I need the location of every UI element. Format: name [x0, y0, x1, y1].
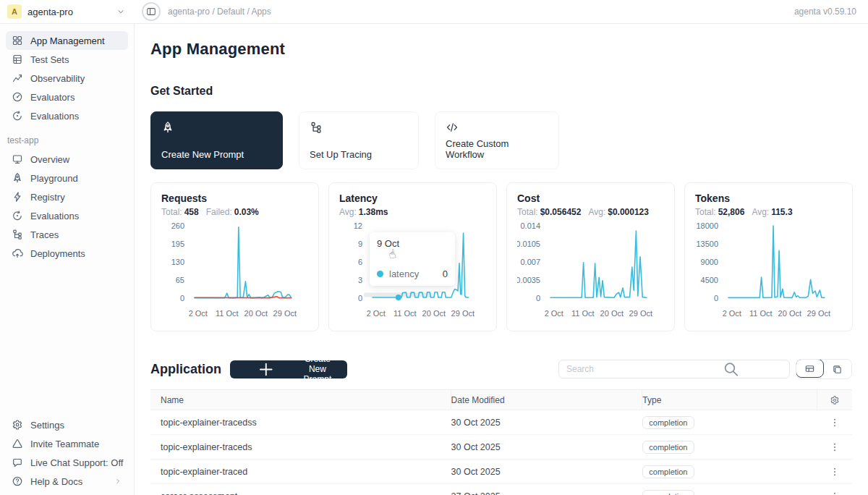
- kebab-menu-icon[interactable]: [830, 442, 840, 452]
- tracing-icon: [310, 121, 323, 134]
- table-view-button[interactable]: [796, 359, 824, 378]
- get-started-card-create-new-prompt[interactable]: Create New Prompt: [150, 111, 283, 169]
- sidebar-item-registry[interactable]: Registry: [6, 187, 128, 206]
- sidebar-item-test-sets[interactable]: Test Sets: [6, 50, 128, 69]
- svg-text:20 Oct: 20 Oct: [422, 309, 446, 318]
- stat-card-title: Latency: [339, 192, 486, 204]
- info-icon[interactable]: [262, 150, 272, 160]
- chevron-right-icon: [114, 477, 122, 486]
- svg-text:0: 0: [358, 294, 362, 302]
- stats-cards: Requests Total:458Failed:0.03% 260195130…: [150, 182, 852, 331]
- sidebar-item-traces[interactable]: Traces: [6, 225, 128, 244]
- sidebar-item-evaluations[interactable]: Evaluations: [6, 106, 128, 125]
- test-sets-icon: [12, 54, 23, 65]
- chart-tooltip: 9 Octlatency0: [370, 232, 455, 286]
- column-header-date-modified[interactable]: Date Modified: [451, 390, 643, 410]
- get-started-cards: Create New Prompt Set Up Tracing Create …: [150, 111, 852, 169]
- sidebar-item-deployments[interactable]: Deployments: [6, 244, 128, 263]
- playground-icon: [12, 172, 23, 184]
- info-icon[interactable]: [539, 144, 548, 154]
- cell-date-modified: 30 Oct 2025: [451, 418, 643, 428]
- stat-avg: Avg:115.3: [752, 207, 792, 217]
- tooltip-series-label: latency: [389, 268, 419, 279]
- svg-text:20 Oct: 20 Oct: [244, 309, 268, 318]
- info-icon[interactable]: [398, 150, 408, 160]
- gear-icon[interactable]: [830, 395, 840, 405]
- observability-icon: [12, 72, 23, 84]
- kebab-menu-icon[interactable]: [830, 418, 840, 428]
- svg-text:20 Oct: 20 Oct: [600, 309, 624, 318]
- stat-card-stats: Total:52,806Avg:115.3: [695, 207, 842, 217]
- table-row[interactable]: career-assessment 27 Oct 2025 completion: [150, 484, 852, 495]
- table-row[interactable]: topic-explainer-traceds 30 Oct 2025 comp…: [150, 435, 852, 460]
- column-header-name[interactable]: Name: [150, 390, 451, 410]
- main-content: App Management Get Started Create New Pr…: [135, 24, 868, 495]
- search-icon: [678, 360, 783, 378]
- rocket-icon: [161, 121, 174, 134]
- stat-card-cost: Cost Total:$0.056452Avg:$0.000123 0.0140…: [506, 182, 675, 331]
- get-started-title: Get Started: [150, 85, 852, 98]
- sidebar-item-evaluators[interactable]: Evaluators: [6, 88, 128, 106]
- svg-text:3: 3: [358, 276, 362, 284]
- stat-total: Total:52,806: [695, 207, 744, 217]
- workspace-selector[interactable]: A agenta-pro: [0, 0, 135, 23]
- cell-name: topic-explainer-traced: [150, 467, 451, 477]
- cell-name: career-assessment: [150, 491, 451, 495]
- sidebar-item-settings[interactable]: Settings: [6, 415, 128, 434]
- evaluations-icon: [12, 210, 23, 221]
- plus-icon: [239, 360, 293, 378]
- requests-chart[interactable]: 2601951306502 Oct11 Oct20 Oct29 Oct: [161, 220, 308, 321]
- search-input[interactable]: [566, 364, 678, 374]
- stat-avg: Avg:1.38ms: [339, 207, 388, 217]
- traces-icon: [12, 229, 23, 240]
- stat-total: Total:$0.056452: [517, 207, 581, 217]
- svg-text:18000: 18000: [696, 221, 718, 230]
- search-box: [558, 360, 790, 378]
- column-header-type[interactable]: Type: [642, 390, 817, 410]
- svg-text:2 Oct: 2 Oct: [189, 309, 208, 318]
- svg-text:11 Oct: 11 Oct: [571, 309, 595, 318]
- cell-name: topic-explainer-tracedss: [150, 418, 451, 428]
- table-row[interactable]: topic-explainer-traced 30 Oct 2025 compl…: [150, 460, 852, 484]
- tooltip-series-row: latency0: [377, 268, 448, 279]
- code-icon: [446, 121, 459, 134]
- sidebar: App Management Test Sets Observability E…: [0, 24, 135, 495]
- sidebar-item-live-chat-support-off[interactable]: Live Chat Support: Off: [6, 453, 128, 472]
- svg-text:2 Oct: 2 Oct: [545, 309, 563, 318]
- sidebar-item-invite-teammate[interactable]: Invite Teammate: [6, 434, 128, 453]
- create-new-prompt-button[interactable]: Create New Prompt: [230, 360, 347, 378]
- kebab-menu-icon[interactable]: [830, 467, 840, 477]
- svg-text:2 Oct: 2 Oct: [367, 309, 386, 318]
- card-view-icon: [832, 364, 843, 375]
- sidebar-collapse-button[interactable]: [142, 2, 161, 21]
- sidebar-item-app-management[interactable]: App Management: [6, 31, 128, 50]
- sidebar-item-observability[interactable]: Observability: [6, 69, 128, 88]
- workspace-name: agenta-pro: [27, 7, 110, 17]
- svg-text:11 Oct: 11 Oct: [749, 309, 773, 318]
- kebab-menu-icon[interactable]: [830, 491, 840, 495]
- svg-text:0: 0: [714, 294, 718, 302]
- type-badge: completion: [642, 490, 694, 495]
- sidebar-item-help-docs[interactable]: Help & Docs: [6, 472, 128, 491]
- cost-chart[interactable]: 0.0140.01050.0070.003502 Oct11 Oct20 Oct…: [517, 220, 664, 321]
- chevron-down-icon: [116, 7, 126, 17]
- top-bar: A agenta-pro agenta-pro / Default / Apps…: [0, 0, 868, 24]
- svg-text:0: 0: [536, 294, 540, 302]
- card-view-button[interactable]: [823, 360, 851, 378]
- sidebar-item-evaluations[interactable]: Evaluations: [6, 206, 128, 225]
- table-row[interactable]: topic-explainer-tracedss 30 Oct 2025 com…: [150, 410, 852, 435]
- sidebar-item-overview[interactable]: Overview: [6, 150, 128, 169]
- svg-text:0: 0: [180, 294, 184, 302]
- stat-avg: Avg:$0.000123: [588, 207, 649, 217]
- help-icon: [12, 475, 23, 487]
- tokens-chart[interactable]: 18000135009000450002 Oct11 Oct20 Oct29 O…: [695, 220, 842, 321]
- tooltip-series-value: 0: [443, 268, 448, 279]
- version-label: agenta v0.59.10: [794, 7, 856, 17]
- application-tools: [558, 359, 852, 379]
- svg-text:130: 130: [171, 258, 184, 266]
- cell-date-modified: 27 Oct 2025: [451, 491, 643, 495]
- sidebar-item-playground[interactable]: Playground: [6, 169, 128, 187]
- svg-text:29 Oct: 29 Oct: [807, 309, 830, 318]
- get-started-card-set-up-tracing[interactable]: Set Up Tracing: [299, 111, 419, 169]
- get-started-card-create-custom-workflow[interactable]: Create Custom Workflow: [435, 111, 559, 169]
